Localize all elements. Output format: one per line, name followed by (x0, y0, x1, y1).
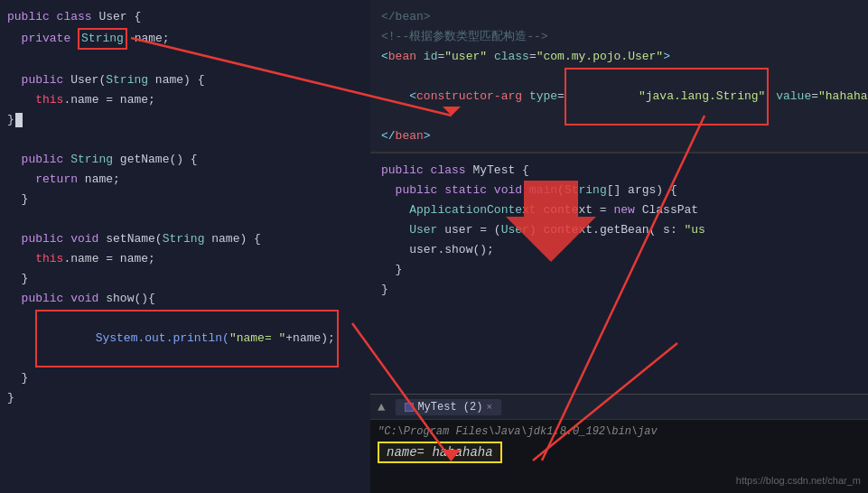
this-kw2: this (35, 250, 63, 268)
xml-eq2: = (529, 48, 537, 66)
indent2 (381, 221, 409, 239)
indent1 (7, 30, 22, 48)
mytest-line-7: } (374, 280, 864, 300)
xml-close1: > (663, 48, 670, 66)
type-string3: String (163, 230, 205, 248)
mytest-line-1: public class MyTest { (374, 161, 864, 181)
xml-eq1: = (437, 48, 444, 66)
xml-line-3: < bean id = "user" class = "com.my.pojo.… (374, 47, 864, 67)
xml-sp2 (522, 88, 529, 106)
xml-class-attr: class (494, 48, 529, 66)
kw-public5: public (22, 290, 71, 308)
classname2: MyTest { (472, 162, 528, 180)
classname: User { (98, 8, 141, 26)
xml-sp (487, 48, 494, 66)
getbean: ) context.getBean( s: (529, 221, 685, 239)
context-assign: context = (537, 201, 614, 219)
code-line-18: } (0, 388, 370, 408)
console-tab-mytest[interactable]: MyTest (2) × (396, 399, 501, 415)
xml-tag-open: < (381, 48, 388, 66)
plus-name: +name); (285, 331, 335, 345)
kw-return: return (35, 171, 85, 189)
xml-id-val: "user" (444, 48, 487, 66)
println-method: System.out.println( (96, 331, 229, 345)
xml-end-tag: </ (381, 127, 396, 145)
mytest-line-3: ApplicationContext context = new ClassPa… (374, 200, 864, 220)
xml-comment-end: </bean> (381, 8, 431, 26)
kw-new: new (613, 201, 641, 219)
arr-bracket: [] args) { (607, 181, 677, 200)
param: name) { (148, 71, 204, 89)
assign: .name = name; (63, 91, 154, 109)
code-line-4: public User( String name) { (0, 70, 370, 90)
user-type: User (409, 221, 437, 239)
indent1 (381, 181, 396, 200)
left-panel: public class User { private String name;… (0, 0, 370, 493)
code-line-16: System.out.println("name= "+name); (0, 309, 370, 368)
xml-type-val-highlight: "java.lang.String" (565, 68, 769, 126)
xml-eq3: = (557, 88, 565, 106)
app-context-type: ApplicationContext (409, 201, 536, 219)
code-line-17: } (0, 368, 370, 388)
indent2 (7, 91, 35, 109)
close4: } (7, 389, 14, 407)
indent1 (7, 151, 22, 169)
watermark: https://blog.csdn.net/char_m (736, 475, 861, 486)
user-cast: User (501, 221, 529, 239)
usershow: user.show(); (409, 241, 494, 259)
console-run-path: "C:\Program Files\Java\jdk1.8.0_192\bin\… (378, 425, 861, 438)
constructor: User( (70, 71, 106, 89)
code-line-6: } (0, 110, 370, 130)
setname: setName( (106, 230, 162, 248)
xml-line-2: <!--根据参数类型匹配构造--> (374, 27, 864, 47)
xml-id-attr: id (424, 48, 438, 66)
string-type-highlight: String (78, 28, 127, 50)
code-line-1: public class User { (0, 7, 370, 27)
cursor (15, 113, 23, 127)
type-string: String (106, 71, 148, 89)
kw-public3: public (22, 151, 71, 169)
xml-eq4: = (811, 88, 818, 106)
xml-class-val: "com.my.pojo.User" (537, 48, 663, 66)
console-tab-close[interactable]: × (486, 402, 492, 413)
kw-public6: public (381, 162, 431, 180)
main-params: ( (557, 181, 565, 200)
code-line-8: public String getName() { (0, 150, 370, 170)
xml-indent (381, 88, 409, 106)
indent2 (7, 171, 35, 189)
kw-private: private (22, 30, 78, 48)
code-line-5: this .name = name; (0, 90, 370, 110)
indent1 (7, 230, 22, 248)
console-content: "C:\Program Files\Java\jdk1.8.0_192\bin\… (370, 420, 868, 469)
xml-end-close: > (424, 127, 431, 145)
code-line-blank3 (0, 209, 370, 229)
code-line-10: } (0, 190, 370, 209)
kw-public4: public (22, 230, 71, 248)
xml-type-attr: type (529, 88, 557, 106)
type-string2: String (70, 151, 113, 169)
classspath: ClassPat (642, 201, 698, 219)
return-name: name; (85, 171, 120, 189)
show-method: show(){ (106, 290, 155, 308)
println-str: "name= " (229, 331, 285, 345)
xml-ctor-tag: constructor-arg (416, 88, 522, 106)
xml-line-4: < constructor-arg type = "java.lang.Stri… (374, 67, 864, 126)
mytest-code: public class MyTest { public static void… (370, 153, 868, 307)
kw-public2: public (22, 71, 71, 89)
getbean-str: "us (685, 221, 705, 239)
xml-config-panel: </bean> <!--根据参数类型匹配构造--> < bean id = "u… (370, 0, 868, 153)
xml-value-val: "hahahaha" (818, 88, 868, 106)
code-line-14: } (0, 269, 370, 289)
kw-class2: class (431, 162, 473, 180)
indent1: } (381, 261, 402, 279)
console-output-box: name= hahahaha (378, 442, 502, 463)
kw-static: static (444, 181, 494, 200)
code-line-13: this .name = name; (0, 249, 370, 269)
scroll-up-icon[interactable]: ▲ (378, 400, 385, 414)
main-method: main (529, 181, 557, 200)
xml-attr1 (416, 48, 424, 66)
getname: getName() { (113, 151, 198, 169)
mytest-panel: public class MyTest { public static void… (370, 153, 868, 493)
xml-type-val: "java.lang.String" (639, 89, 765, 103)
kw-public7: public (396, 181, 445, 200)
